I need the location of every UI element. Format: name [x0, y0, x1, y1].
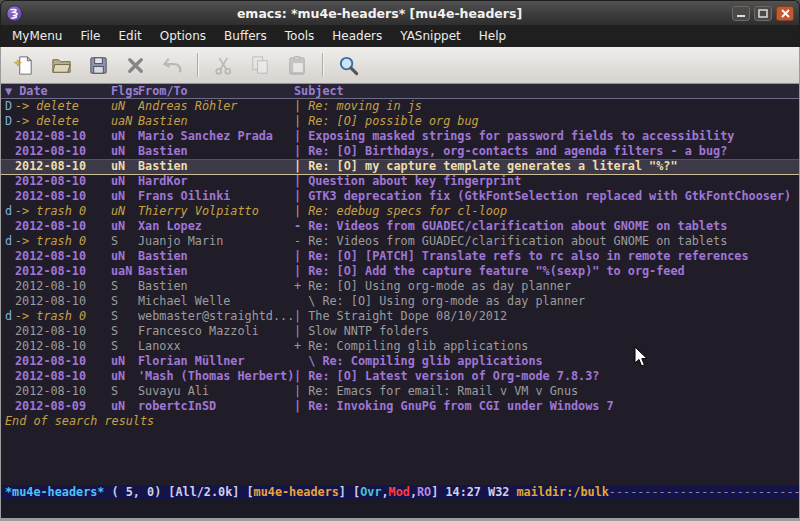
message-row[interactable]: 2012-08-10SSuvayu Ali| Re: Emacs for ema… — [1, 384, 799, 399]
end-of-results: End of search results — [1, 414, 799, 429]
message-row[interactable]: 2012-08-10SMichael Welle \ Re: [O] Using… — [1, 294, 799, 309]
message-row[interactable]: 2012-08-10uNXan Lopez- Re: Videos from G… — [1, 219, 799, 234]
cell-subject: | Re: edebug specs for cl-loop — [294, 204, 799, 219]
menu-item-mymenu[interactable]: MyMenu — [3, 26, 71, 46]
toolbar — [0, 47, 800, 84]
cell-subject: | Re: [O] Birthdays, org-contacts and ag… — [294, 144, 799, 159]
cell-from: Florian Müllner — [138, 354, 294, 369]
cell-date: 2012-08-10 — [15, 159, 111, 174]
menu-item-tools[interactable]: Tools — [276, 26, 324, 46]
message-row[interactable]: d-> trash 0SJuanjo Marin- Re: Videos fro… — [1, 234, 799, 249]
message-row[interactable]: 2012-08-10uNHardKor| Question about key … — [1, 174, 799, 189]
cell-from: Thierry Volpiatto — [138, 204, 294, 219]
cell-mark — [1, 369, 15, 384]
cell-mark — [1, 264, 15, 279]
save-buffer-button[interactable] — [83, 51, 113, 79]
cell-flags: S — [111, 234, 138, 249]
cell-flags: uN — [111, 189, 138, 204]
cut-button[interactable] — [208, 51, 238, 79]
message-list: D-> deleteuNAndreas Röhler| Re: moving i… — [1, 99, 799, 414]
cell-mark: d — [1, 234, 15, 249]
modeline-segment: ----------------------------------------… — [609, 485, 799, 499]
message-row[interactable]: 2012-08-10uNBastien| Re: [O] [PATCH] Tra… — [1, 249, 799, 264]
modeline-segment: Ovr — [360, 485, 381, 499]
headers-buffer: D-> deleteuNAndreas Röhler| Re: moving i… — [1, 99, 799, 485]
close-button[interactable] — [776, 6, 794, 21]
cell-from: Xan Lopez — [138, 219, 294, 234]
title-bar[interactable]: emacs: *mu4e-headers* [mu4e-headers] — [0, 0, 800, 25]
undo-icon — [161, 54, 184, 77]
cell-flags: S — [111, 294, 138, 309]
cell-date: 2012-08-10 — [15, 279, 111, 294]
cell-subject: + Re: [O] Using org-mode as day planner — [294, 279, 799, 294]
message-row[interactable]: 2012-08-10uNFlorian Müllner \ Re: Compil… — [1, 354, 799, 369]
cell-date: -> trash 0 — [15, 309, 111, 324]
minibuffer[interactable] — [1, 500, 799, 518]
open-folder-icon — [50, 54, 73, 77]
cell-date: 2012-08-10 — [15, 369, 111, 384]
new-file-button[interactable] — [9, 51, 39, 79]
message-row[interactable]: 2012-08-10uNFrans Oilinki| GTK3 deprecat… — [1, 189, 799, 204]
menu-item-buffers[interactable]: Buffers — [215, 26, 276, 46]
message-row[interactable]: 2012-08-10uNBastien| Re: [O] Birthdays, … — [1, 144, 799, 159]
minimize-button[interactable] — [732, 6, 750, 21]
cell-subject: | Exposing masked strings for password f… — [294, 129, 799, 144]
modeline-segment: W32 — [488, 485, 516, 499]
modeline-segment: RO — [417, 485, 431, 499]
message-row[interactable]: 2012-08-10uaNBastien| Re: [O] Add the ca… — [1, 264, 799, 279]
menu-item-options[interactable]: Options — [151, 26, 215, 46]
menu-item-help[interactable]: Help — [470, 26, 515, 46]
message-row[interactable]: 2012-08-10uNMario Sanchez Prada| Exposin… — [1, 129, 799, 144]
cell-flags: uN — [111, 159, 138, 174]
cell-from: robertcInSD — [138, 399, 294, 414]
cell-flags: S — [111, 309, 138, 324]
maximize-button[interactable] — [754, 6, 772, 21]
cell-subject: + Re: Compiling glib applications — [294, 339, 799, 354]
cell-from: webmaster@straightd... — [138, 309, 294, 324]
cell-from: Bastien — [138, 264, 294, 279]
column-header-date: ▼ Date — [1, 84, 111, 98]
cell-date: 2012-08-10 — [15, 354, 111, 369]
copy-button[interactable] — [245, 51, 275, 79]
message-row[interactable]: 2012-08-10SFrancesco Mazzoli| Slow NNTP … — [1, 324, 799, 339]
menu-item-headers[interactable]: Headers — [323, 26, 391, 46]
cell-mark — [1, 144, 15, 159]
cell-flags: uN — [111, 219, 138, 234]
cell-subject: | Re: [O] Add the capture feature "%(sex… — [294, 264, 799, 279]
message-row[interactable]: D-> deleteuNAndreas Röhler| Re: moving i… — [1, 99, 799, 114]
kill-buffer-button[interactable] — [120, 51, 150, 79]
menu-item-yasnippet[interactable]: YASnippet — [391, 26, 470, 46]
cell-from: 'Mash (Thomas Herbert) — [138, 369, 294, 384]
menu-item-edit[interactable]: Edit — [110, 26, 151, 46]
save-icon — [87, 54, 110, 77]
menu-item-file[interactable]: File — [71, 26, 109, 46]
cell-flags: uaN — [111, 264, 138, 279]
message-row[interactable]: 2012-08-10uN'Mash (Thomas Herbert)| Re: … — [1, 369, 799, 384]
paste-button[interactable] — [282, 51, 312, 79]
cell-mark — [1, 354, 15, 369]
maximize-icon — [758, 9, 768, 18]
cell-date: 2012-08-10 — [15, 324, 111, 339]
message-row[interactable]: 2012-08-10SBastien+ Re: [O] Using org-mo… — [1, 279, 799, 294]
message-row[interactable]: 2012-08-10SLanoxx+ Re: Compiling glib ap… — [1, 339, 799, 354]
cell-mark: d — [1, 309, 15, 324]
cell-mark — [1, 294, 15, 309]
message-row[interactable]: D-> deleteuaNBastien| Re: [O] possible o… — [1, 114, 799, 129]
cell-from: Mario Sanchez Prada — [138, 129, 294, 144]
cell-mark: D — [1, 114, 15, 129]
message-row[interactable]: 2012-08-10uNBastien| Re: [O] my capture … — [1, 159, 799, 174]
cell-mark — [1, 324, 15, 339]
mode-line[interactable]: *mu4e-headers* ( 5, 0) [All/2.0k] [mu4e-… — [1, 485, 799, 500]
message-row[interactable]: d-> trash 0uNThierry Volpiatto| Re: edeb… — [1, 204, 799, 219]
cell-flags: uN — [111, 204, 138, 219]
emacs-app-icon — [6, 5, 23, 22]
cell-flags: uN — [111, 174, 138, 189]
message-row[interactable]: d-> trash 0Swebmaster@straightd...| The … — [1, 309, 799, 324]
message-row[interactable]: 2012-08-09uNrobertcInSD| Re: Invoking Gn… — [1, 399, 799, 414]
open-file-button[interactable] — [46, 51, 76, 79]
undo-button[interactable] — [157, 51, 187, 79]
cell-date: -> delete — [15, 99, 111, 114]
toolbar-separator — [322, 53, 323, 77]
search-button[interactable] — [333, 51, 363, 79]
cell-flags: uN — [111, 369, 138, 384]
